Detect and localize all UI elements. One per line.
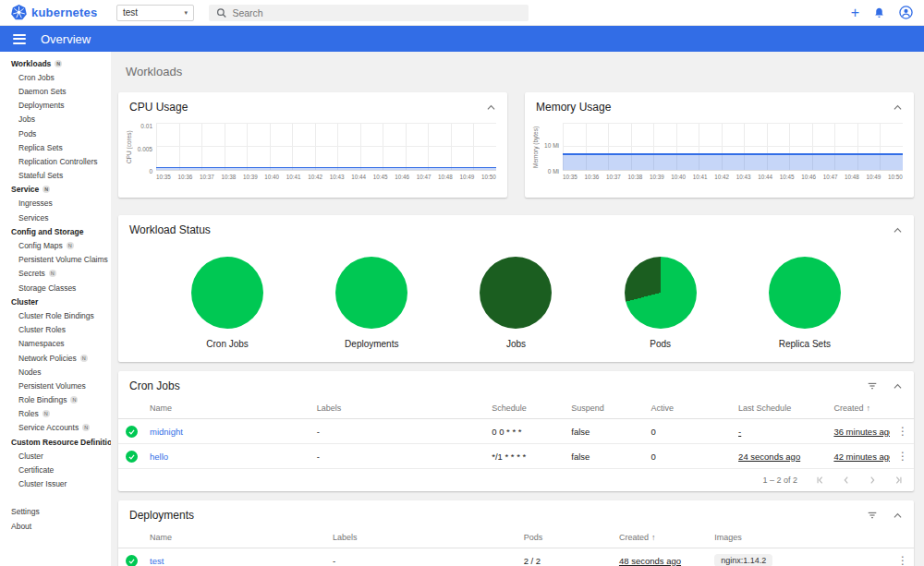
sidebar-item-replication-controllers[interactable]: Replication Controllers [0,154,111,168]
table-row[interactable]: test - 2 / 2 48 seconds ago nginx:1.14.2… [118,548,914,566]
replica-sets-pie-figure: Replica Sets [745,257,865,349]
previous-page-icon[interactable] [842,476,851,485]
sidebar-item-cron-jobs[interactable]: Cron Jobs [0,70,111,84]
column-header-schedule[interactable]: Schedule [484,398,564,419]
filter-icon[interactable] [867,510,878,521]
sidebar-item-service[interactable]: ServiceN [0,183,111,197]
sidebar-item-about[interactable]: About [0,519,111,533]
sidebar-item-daemon-sets[interactable]: Daemon Sets [0,84,111,98]
sidebar-item-workloads[interactable]: WorkloadsN [0,56,111,70]
sidebar-item-pods[interactable]: Pods [0,126,111,140]
column-header-images[interactable]: Images [707,527,890,548]
sidebar-item-crd-cluster[interactable]: Cluster [0,449,111,463]
x-tick: 10:38 [627,174,642,180]
deployments-pie-chart[interactable] [335,257,407,329]
sidebar-item-certificate[interactable]: Certificate [0,463,111,476]
x-tick: 10:46 [395,174,409,180]
table-row[interactable]: midnight - 0 0 * * * false 0 - 36 minute… [118,419,914,444]
sort-arrow-icon: ↑ [866,403,870,413]
notifications-bell-icon[interactable] [873,6,885,19]
collapse-card-button[interactable] [893,512,903,520]
collapse-card-button[interactable] [893,382,903,391]
search-bar[interactable] [209,5,529,21]
sidebar-item-cluster-issuer[interactable]: Cluster Issuer [0,477,111,491]
sidebar-item-storage-classes[interactable]: Storage Classes [0,281,111,295]
cron-jobs-pie-chart[interactable] [191,257,263,329]
sidebar-item-label: Namespaces [18,339,65,348]
sidebar-item-persistent-volumes[interactable]: Persistent Volumes [0,379,111,392]
sidebar-item-cluster[interactable]: Cluster [0,295,111,308]
sidebar-item-config-maps[interactable]: Config MapsN [0,238,111,252]
x-tick: 10:42 [308,174,322,180]
sidebar-item-replica-sets[interactable]: Replica Sets [0,140,111,154]
filter-icon[interactable] [867,380,878,391]
cronjob-name-link[interactable]: hello [142,444,310,469]
sidebar-item-persistent-volume-claims[interactable]: Persistent Volume ClaimsN [0,253,111,267]
column-header-pods[interactable]: Pods [517,527,612,548]
collapse-card-button[interactable] [486,103,496,112]
sidebar-item-role-bindings[interactable]: Role BindingsN [0,393,111,407]
user-account-icon[interactable] [899,6,913,19]
page-title: Overview [41,32,91,46]
sidebar-item-service-accounts[interactable]: Service AccountsN [0,421,111,435]
column-header-name[interactable]: Name [142,527,325,548]
row-actions-menu-icon[interactable]: ⋮ [890,548,914,566]
x-tick: 10:43 [330,174,345,180]
namespace-selector[interactable]: test ▾ [116,5,194,21]
column-label: Labels [333,533,358,542]
first-page-icon[interactable] [816,476,825,485]
column-header-labels[interactable]: Labels [325,527,517,548]
cronjob-name-link[interactable]: midnight [142,419,310,444]
sidebar-item-cluster-role-bindings[interactable]: Cluster Role Bindings [0,308,111,322]
row-actions-menu-icon[interactable]: ⋮ [890,444,914,469]
column-header-name[interactable]: Name [142,398,310,419]
status-column [118,398,142,419]
sidebar-item-ingresses[interactable]: Ingresses [0,197,111,211]
row-actions-menu-icon[interactable]: ⋮ [890,419,914,444]
kubernetes-logo[interactable]: kubernetes [11,5,111,20]
sidebar-item-secrets[interactable]: SecretsN [0,267,111,281]
schedule-cell: */1 * * * * [484,444,564,469]
x-tick: 10:37 [200,174,214,180]
column-header-last-schedule[interactable]: Last Schedule [731,398,826,419]
sidebar-item-custom-resource-definitions[interactable]: Custom Resource Definitions [0,435,111,449]
pods-pie-chart[interactable] [625,257,697,329]
create-resource-button[interactable]: + [851,6,859,20]
column-header-active[interactable]: Active [643,398,731,419]
column-header-labels[interactable]: Labels [310,398,484,419]
sidebar-item-services[interactable]: Services [0,211,111,224]
collapse-card-button[interactable] [893,226,903,235]
sidebar-item-label: Pods [18,129,36,138]
sidebar-item-settings[interactable]: Settings [0,505,111,519]
cpu-usage-chart: CPU (cores) 0.01 0.005 0 10:3510:3610:37… [118,119,507,184]
card-title: Cron Jobs [129,379,180,392]
sidebar-item-network-policies[interactable]: Network PoliciesN [0,351,111,365]
table-row[interactable]: hello - */1 * * * * false 0 24 seconds a… [118,444,914,469]
sidebar-item-cluster-roles[interactable]: Cluster Roles [0,323,111,337]
column-header-created[interactable]: Created↑ [612,527,707,548]
last-page-icon[interactable] [894,476,903,485]
x-tick: 10:45 [780,174,795,180]
jobs-pie-chart[interactable] [480,257,552,329]
column-label: Created [619,533,649,542]
column-label: Last Schedule [738,403,791,413]
sidebar-item-stateful-sets[interactable]: Stateful Sets [0,169,111,183]
search-input[interactable] [232,7,521,18]
sidebar-item-nodes[interactable]: Nodes [0,365,111,379]
collapse-card-button[interactable] [893,103,903,112]
sidebar-item-jobs[interactable]: Jobs [0,113,111,126]
column-header-created[interactable]: Created↑ [826,398,890,419]
column-label: Suspend [571,403,604,413]
sidebar-item-roles[interactable]: RolesN [0,407,111,421]
sidebar-item-config-and-storage[interactable]: Config and Storage [0,224,111,238]
sidebar-item-namespaces[interactable]: Namespaces [0,337,111,351]
sidebar-item-deployments[interactable]: Deployments [0,99,111,113]
sidebar-item-label: Settings [11,507,40,516]
x-tick: 10:44 [351,174,366,180]
next-page-icon[interactable] [868,476,877,485]
menu-hamburger-icon[interactable] [13,34,26,44]
x-tick: 10:35 [156,174,171,180]
replica-sets-pie-chart[interactable] [769,257,841,329]
column-header-suspend[interactable]: Suspend [564,398,643,419]
deployment-name-link[interactable]: test [142,548,325,566]
